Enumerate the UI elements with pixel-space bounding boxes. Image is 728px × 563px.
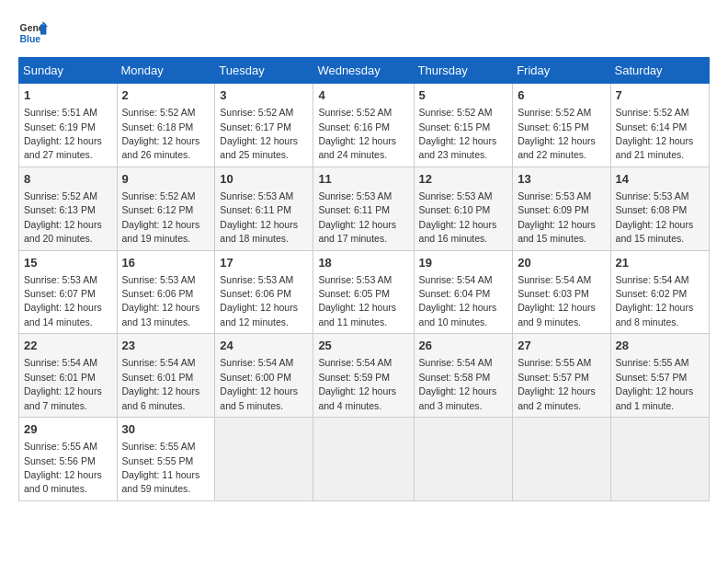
day-info: Sunrise: 5:54 AM Sunset: 6:03 PM Dayligh… [518, 274, 596, 327]
day-number: 17 [220, 255, 308, 271]
calendar-day: 5Sunrise: 5:52 AM Sunset: 6:15 PM Daylig… [414, 84, 513, 167]
calendar-day: 27Sunrise: 5:55 AM Sunset: 5:57 PM Dayli… [513, 334, 610, 418]
calendar-day: 3Sunrise: 5:52 AM Sunset: 6:17 PM Daylig… [215, 84, 313, 167]
day-info: Sunrise: 5:53 AM Sunset: 6:10 PM Dayligh… [419, 190, 497, 244]
calendar-empty [313, 418, 414, 501]
calendar-day: 26Sunrise: 5:54 AM Sunset: 5:58 PM Dayli… [414, 334, 513, 418]
page-header: General Blue [18, 18, 710, 48]
calendar-day: 29Sunrise: 5:55 AM Sunset: 5:56 PM Dayli… [19, 418, 118, 501]
day-number: 28 [616, 338, 704, 354]
day-info: Sunrise: 5:55 AM Sunset: 5:57 PM Dayligh… [518, 357, 596, 410]
day-info: Sunrise: 5:53 AM Sunset: 6:11 PM Dayligh… [318, 190, 396, 244]
day-info: Sunrise: 5:54 AM Sunset: 6:00 PM Dayligh… [220, 357, 298, 410]
calendar-day: 23Sunrise: 5:54 AM Sunset: 6:01 PM Dayli… [117, 334, 215, 418]
calendar-table: SundayMondayTuesdayWednesdayThursdayFrid… [18, 57, 710, 501]
weekday-header: Saturday [610, 58, 709, 84]
day-number: 12 [419, 171, 508, 188]
calendar-day: 15Sunrise: 5:53 AM Sunset: 6:07 PM Dayli… [19, 250, 118, 334]
day-info: Sunrise: 5:53 AM Sunset: 6:06 PM Dayligh… [122, 274, 200, 327]
day-info: Sunrise: 5:52 AM Sunset: 6:18 PM Dayligh… [122, 107, 200, 160]
calendar-week-row: 29Sunrise: 5:55 AM Sunset: 5:56 PM Dayli… [19, 418, 710, 501]
day-info: Sunrise: 5:54 AM Sunset: 5:59 PM Dayligh… [318, 357, 396, 410]
day-number: 5 [419, 87, 508, 104]
day-info: Sunrise: 5:53 AM Sunset: 6:06 PM Dayligh… [220, 274, 298, 327]
weekday-header: Wednesday [313, 58, 414, 84]
day-info: Sunrise: 5:53 AM Sunset: 6:11 PM Dayligh… [220, 190, 298, 244]
day-info: Sunrise: 5:55 AM Sunset: 5:55 PM Dayligh… [122, 441, 200, 494]
calendar-week-row: 15Sunrise: 5:53 AM Sunset: 6:07 PM Dayli… [19, 250, 710, 334]
calendar-day: 7Sunrise: 5:52 AM Sunset: 6:14 PM Daylig… [610, 84, 709, 167]
weekday-header: Thursday [414, 58, 513, 84]
calendar-empty [414, 418, 513, 501]
day-info: Sunrise: 5:52 AM Sunset: 6:16 PM Dayligh… [318, 107, 396, 160]
calendar-day: 22Sunrise: 5:54 AM Sunset: 6:01 PM Dayli… [19, 334, 118, 418]
day-number: 2 [122, 87, 210, 104]
day-info: Sunrise: 5:51 AM Sunset: 6:19 PM Dayligh… [24, 107, 102, 160]
day-number: 13 [518, 171, 605, 188]
day-number: 25 [318, 338, 408, 354]
day-info: Sunrise: 5:52 AM Sunset: 6:12 PM Dayligh… [122, 190, 200, 244]
calendar-day: 10Sunrise: 5:53 AM Sunset: 6:11 PM Dayli… [215, 167, 313, 250]
day-info: Sunrise: 5:55 AM Sunset: 5:57 PM Dayligh… [616, 357, 694, 410]
calendar-week-row: 22Sunrise: 5:54 AM Sunset: 6:01 PM Dayli… [19, 334, 710, 418]
calendar-week-row: 8Sunrise: 5:52 AM Sunset: 6:13 PM Daylig… [19, 167, 710, 250]
day-number: 8 [24, 171, 112, 188]
weekday-header: Friday [513, 58, 610, 84]
day-info: Sunrise: 5:54 AM Sunset: 6:01 PM Dayligh… [24, 357, 102, 410]
day-info: Sunrise: 5:52 AM Sunset: 6:17 PM Dayligh… [220, 107, 298, 160]
calendar-day: 21Sunrise: 5:54 AM Sunset: 6:02 PM Dayli… [610, 250, 709, 334]
day-info: Sunrise: 5:54 AM Sunset: 6:01 PM Dayligh… [122, 357, 200, 410]
day-info: Sunrise: 5:54 AM Sunset: 6:04 PM Dayligh… [419, 274, 497, 327]
day-info: Sunrise: 5:53 AM Sunset: 6:09 PM Dayligh… [518, 190, 596, 244]
calendar-day: 19Sunrise: 5:54 AM Sunset: 6:04 PM Dayli… [414, 250, 513, 334]
day-info: Sunrise: 5:53 AM Sunset: 6:07 PM Dayligh… [24, 274, 102, 327]
calendar-empty [513, 418, 610, 501]
day-number: 27 [518, 338, 605, 354]
calendar-day: 12Sunrise: 5:53 AM Sunset: 6:10 PM Dayli… [414, 167, 513, 250]
calendar-day: 2Sunrise: 5:52 AM Sunset: 6:18 PM Daylig… [117, 84, 215, 167]
calendar-body: 1Sunrise: 5:51 AM Sunset: 6:19 PM Daylig… [19, 84, 710, 501]
weekday-header: Sunday [19, 58, 118, 84]
logo-icon: General Blue [18, 18, 48, 48]
day-number: 7 [616, 87, 704, 104]
weekday-header: Tuesday [215, 58, 313, 84]
day-info: Sunrise: 5:52 AM Sunset: 6:14 PM Dayligh… [616, 107, 694, 160]
day-number: 24 [220, 338, 308, 354]
calendar-header-row: SundayMondayTuesdayWednesdayThursdayFrid… [19, 58, 710, 84]
day-info: Sunrise: 5:52 AM Sunset: 6:13 PM Dayligh… [24, 190, 102, 244]
calendar-empty [215, 418, 313, 501]
day-number: 9 [122, 171, 210, 188]
day-number: 1 [24, 87, 112, 104]
svg-text:Blue: Blue [20, 34, 41, 44]
calendar-empty [610, 418, 709, 501]
day-info: Sunrise: 5:52 AM Sunset: 6:15 PM Dayligh… [518, 107, 596, 160]
calendar-day: 24Sunrise: 5:54 AM Sunset: 6:00 PM Dayli… [215, 334, 313, 418]
calendar-day: 16Sunrise: 5:53 AM Sunset: 6:06 PM Dayli… [117, 250, 215, 334]
svg-marker-2 [40, 24, 46, 34]
calendar-day: 1Sunrise: 5:51 AM Sunset: 6:19 PM Daylig… [19, 84, 118, 167]
calendar-day: 18Sunrise: 5:53 AM Sunset: 6:05 PM Dayli… [313, 250, 414, 334]
day-number: 30 [122, 421, 210, 438]
day-info: Sunrise: 5:53 AM Sunset: 6:08 PM Dayligh… [616, 190, 694, 244]
calendar-day: 6Sunrise: 5:52 AM Sunset: 6:15 PM Daylig… [513, 84, 610, 167]
day-number: 23 [122, 338, 210, 354]
day-info: Sunrise: 5:54 AM Sunset: 6:02 PM Dayligh… [616, 274, 694, 327]
calendar-week-row: 1Sunrise: 5:51 AM Sunset: 6:19 PM Daylig… [19, 84, 710, 167]
day-number: 20 [518, 255, 605, 271]
day-number: 19 [419, 255, 508, 271]
calendar-day: 20Sunrise: 5:54 AM Sunset: 6:03 PM Dayli… [513, 250, 610, 334]
day-number: 26 [419, 338, 508, 354]
day-info: Sunrise: 5:54 AM Sunset: 5:58 PM Dayligh… [419, 357, 497, 410]
day-number: 29 [24, 421, 112, 438]
day-number: 14 [616, 171, 704, 188]
calendar-day: 8Sunrise: 5:52 AM Sunset: 6:13 PM Daylig… [19, 167, 118, 250]
calendar-day: 25Sunrise: 5:54 AM Sunset: 5:59 PM Dayli… [313, 334, 414, 418]
day-number: 18 [318, 255, 408, 271]
calendar-day: 14Sunrise: 5:53 AM Sunset: 6:08 PM Dayli… [610, 167, 709, 250]
calendar-day: 30Sunrise: 5:55 AM Sunset: 5:55 PM Dayli… [117, 418, 215, 501]
calendar-day: 4Sunrise: 5:52 AM Sunset: 6:16 PM Daylig… [313, 84, 414, 167]
day-info: Sunrise: 5:55 AM Sunset: 5:56 PM Dayligh… [24, 441, 102, 494]
day-number: 4 [318, 87, 408, 104]
calendar-day: 13Sunrise: 5:53 AM Sunset: 6:09 PM Dayli… [513, 167, 610, 250]
day-number: 22 [24, 338, 112, 354]
